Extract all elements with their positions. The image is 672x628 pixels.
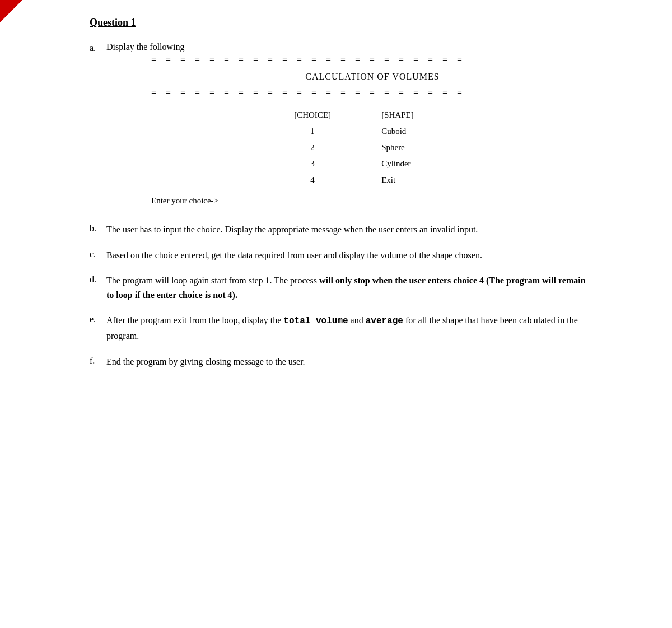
part-a-content: Display the following = = = = = = = = = …	[106, 42, 594, 206]
menu-row-number: 4	[288, 172, 381, 188]
col-header-choice: [CHOICE]	[288, 107, 381, 123]
calc-title: CALCULATION OF VOLUMES	[151, 72, 594, 82]
part-f: f. End the program by giving closing mes…	[90, 355, 594, 369]
part-b: b. The user has to input the choice. Dis…	[90, 222, 594, 237]
display-box: = = = = = = = = = = = = = = = = = = = = …	[151, 55, 594, 206]
part-b-label: b.	[90, 222, 106, 234]
part-a: a. Display the following = = = = = = = =…	[90, 42, 594, 206]
menu-row-shape: Exit	[381, 172, 456, 188]
col-header-shape: [SHAPE]	[381, 107, 456, 123]
part-f-label: f.	[90, 355, 106, 366]
menu-row-number: 3	[288, 156, 381, 172]
part-e-label: e.	[90, 313, 106, 324]
part-e-text-pre: After the program exit from the loop, di…	[106, 315, 283, 325]
part-d-content: The program will loop again start from s…	[106, 273, 594, 302]
menu-row-number: 2	[288, 139, 381, 156]
part-e-text-mid: and	[348, 315, 366, 325]
menu-row: 3Cylinder	[288, 156, 456, 172]
menu-row: 1Cuboid	[288, 123, 456, 139]
corner-decoration	[0, 0, 22, 22]
part-d: d. The program will loop again start fro…	[90, 273, 594, 302]
menu-row-shape: Cuboid	[381, 123, 456, 139]
menu-row-number: 1	[288, 123, 381, 139]
part-c-content: Based on the choice entered, get the dat…	[106, 248, 482, 263]
part-e-code2: average	[366, 316, 403, 326]
menu-row: 2Sphere	[288, 139, 456, 156]
part-a-intro: Display the following	[106, 42, 185, 52]
part-e: e. After the program exit from the loop,…	[90, 313, 594, 343]
part-f-content: End the program by giving closing messag…	[106, 355, 305, 369]
equals-line-2: = = = = = = = = = = = = = = = = = = = = …	[151, 89, 594, 98]
question-title: Question 1	[90, 17, 594, 29]
part-a-label: a.	[90, 42, 106, 53]
part-d-label: d.	[90, 273, 106, 285]
menu-row-shape: Cylinder	[381, 156, 456, 172]
part-e-code1: total_volume	[283, 316, 348, 326]
part-e-content: After the program exit from the loop, di…	[106, 313, 594, 343]
menu-table: [CHOICE] [SHAPE] 1Cuboid2Sphere3Cylinder…	[288, 107, 456, 188]
part-b-content: The user has to input the choice. Displa…	[106, 222, 478, 237]
menu-row: 4Exit	[288, 172, 456, 188]
part-c-label: c.	[90, 248, 106, 259]
equals-line-1: = = = = = = = = = = = = = = = = = = = = …	[151, 55, 594, 65]
enter-choice-prompt: Enter your choice->	[151, 196, 594, 206]
part-d-text-normal: The program will loop again start from s…	[106, 276, 319, 285]
part-c: c. Based on the choice entered, get the …	[90, 248, 594, 263]
page-container: Question 1 a. Display the following = = …	[90, 17, 594, 369]
menu-row-shape: Sphere	[381, 139, 456, 156]
